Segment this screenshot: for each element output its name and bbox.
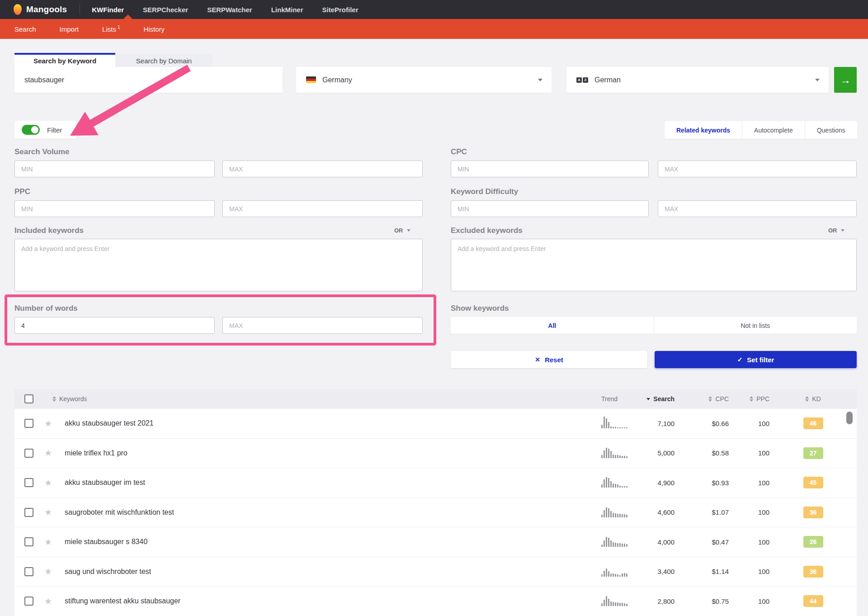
subnav-item-lists[interactable]: Lists1	[102, 25, 120, 33]
select-all-checkbox[interactable]	[24, 394, 33, 403]
reset-button[interactable]: ✕ Reset	[451, 351, 647, 368]
included-operator-value: OR	[394, 227, 403, 234]
nav-item-serpwatcher[interactable]: SERPWatcher	[207, 6, 252, 14]
tab-questions[interactable]: Questions	[805, 121, 857, 139]
row-checkbox[interactable]	[24, 537, 33, 546]
included-keywords-textarea[interactable]	[14, 239, 423, 291]
cpc-max-input[interactable]	[658, 161, 857, 177]
table-row[interactable]: ★ miele triflex hx1 pro 5,000 $0.58 100 …	[14, 439, 857, 469]
star-icon[interactable]: ★	[44, 419, 52, 428]
sort-kd[interactable]: KD	[769, 395, 857, 403]
number-of-words-min-input[interactable]	[14, 317, 215, 334]
keyword-cell: akku staubsauger im test	[65, 479, 145, 487]
tab-autocomplete[interactable]: Autocomplete	[742, 121, 805, 139]
show-keywords-option-all[interactable]: All	[451, 317, 654, 334]
trend-sparkline	[601, 475, 643, 488]
row-checkbox[interactable]	[24, 508, 33, 517]
subnav-item-import[interactable]: Import	[60, 25, 79, 33]
keyword-cell: saugroboter mit wischfunktion test	[65, 508, 174, 516]
sort-keywords[interactable]: Keywords	[52, 395, 87, 403]
star-icon[interactable]: ★	[44, 449, 52, 457]
ppc-max-input[interactable]	[222, 200, 423, 217]
kd-badge: 36	[803, 566, 823, 578]
table-body: ★ akku staubsauger test 2021 7,100 $0.66…	[14, 409, 857, 616]
table-row[interactable]: ★ miele staubsauger s 8340 4,000 $0.47 1…	[14, 527, 857, 557]
ppc-value: 100	[729, 420, 769, 427]
germany-flag-icon	[306, 76, 316, 83]
table-row[interactable]: ★ akku staubsauger im test 4,900 $0.93 1…	[14, 468, 857, 498]
lists-count-badge: 1	[118, 25, 120, 30]
table-row[interactable]: ★ saugroboter mit wischfunktion test 4,6…	[14, 498, 857, 528]
tab-search-by-keyword[interactable]: Search by Keyword	[14, 53, 115, 67]
keyword-difficulty-min-input[interactable]	[451, 200, 649, 217]
star-icon[interactable]: ★	[44, 538, 52, 546]
ppc-value: 100	[729, 597, 769, 605]
number-of-words-max-input[interactable]	[222, 317, 423, 334]
cpc-min-input[interactable]	[451, 161, 649, 177]
subnav-item-search[interactable]: Search	[14, 25, 36, 33]
nav-divider	[80, 5, 80, 14]
chevron-down-icon	[815, 79, 820, 81]
scrollbar-thumb[interactable]	[846, 412, 853, 424]
filter-toggle-card[interactable]: Filter	[14, 121, 76, 139]
included-operator-select[interactable]: OR	[394, 227, 410, 234]
sort-icon	[750, 396, 753, 402]
search-volume-label: Search Volume	[14, 147, 70, 156]
tab-search-by-domain[interactable]: Search by Domain	[115, 54, 212, 67]
language-value: German	[594, 76, 621, 84]
filter-toggle-switch[interactable]	[22, 125, 40, 135]
excluded-operator-select[interactable]: OR	[828, 227, 844, 234]
subnav-item-history[interactable]: History	[143, 25, 165, 33]
sort-search[interactable]: Search	[643, 395, 675, 403]
excluded-keywords-textarea[interactable]	[451, 239, 857, 291]
ppc-min-input[interactable]	[14, 200, 215, 217]
language-az-icon: AZ	[576, 77, 588, 83]
set-filter-button[interactable]: ✓ Set filter	[655, 351, 857, 368]
search-value: 7,100	[643, 420, 675, 427]
country-select[interactable]: Germany	[296, 67, 552, 93]
ppc-label: PPC	[14, 187, 30, 196]
ppc-value: 100	[729, 508, 769, 516]
trend-sparkline	[601, 416, 643, 428]
star-icon[interactable]: ★	[44, 479, 52, 487]
nav-item-kwfinder[interactable]: KWFinder	[92, 6, 124, 14]
nav-item-linkminer[interactable]: LinkMiner	[271, 6, 303, 14]
keyword-difficulty-max-input[interactable]	[658, 200, 857, 217]
keyword-search-input[interactable]	[14, 67, 283, 93]
nav-item-siteprofiler[interactable]: SiteProfiler	[322, 6, 358, 14]
keyword-cell: miele triflex hx1 pro	[65, 449, 127, 457]
search-submit-button[interactable]: →	[834, 67, 857, 93]
row-checkbox[interactable]	[24, 478, 33, 487]
search-volume-max-input[interactable]	[222, 161, 423, 177]
toggle-knob	[31, 126, 38, 133]
show-keywords-option-notinlists[interactable]: Not in lists	[654, 317, 857, 334]
row-checkbox[interactable]	[24, 419, 33, 428]
language-select[interactable]: AZ German	[566, 67, 829, 93]
cpc-label: CPC	[451, 147, 467, 156]
search-value: 3,400	[643, 568, 675, 575]
search-volume-min-input[interactable]	[14, 161, 215, 177]
row-checkbox[interactable]	[24, 449, 33, 458]
keywords-table: Keywords Trend Search CPC PPC	[14, 389, 857, 616]
row-checkbox[interactable]	[24, 567, 33, 576]
search-value: 4,000	[643, 538, 675, 546]
reset-label: Reset	[545, 356, 563, 364]
trend-header: Trend	[601, 395, 618, 403]
table-row[interactable]: ★ stiftung warentest akku staubsauger 2,…	[14, 587, 857, 616]
row-checkbox[interactable]	[24, 597, 33, 606]
mangools-logo[interactable]: Mangools	[14, 4, 67, 15]
trend-sparkline	[601, 505, 643, 517]
cpc-value: $0.47	[675, 538, 729, 546]
star-icon[interactable]: ★	[44, 567, 52, 576]
sort-cpc[interactable]: CPC	[675, 395, 729, 403]
nav-item-serpchecker[interactable]: SERPChecker	[143, 6, 188, 14]
keyword-cell: saug und wischroboter test	[65, 568, 151, 576]
kd-badge: 44	[803, 595, 823, 607]
star-icon[interactable]: ★	[44, 597, 52, 606]
star-icon[interactable]: ★	[44, 508, 52, 516]
sort-ppc[interactable]: PPC	[729, 395, 769, 403]
tab-related-keywords[interactable]: Related keywords	[665, 121, 742, 139]
kd-header: KD	[812, 395, 821, 403]
table-row[interactable]: ★ saug und wischroboter test 3,400 $1.14…	[14, 557, 857, 587]
table-row[interactable]: ★ akku staubsauger test 2021 7,100 $0.66…	[14, 409, 857, 439]
